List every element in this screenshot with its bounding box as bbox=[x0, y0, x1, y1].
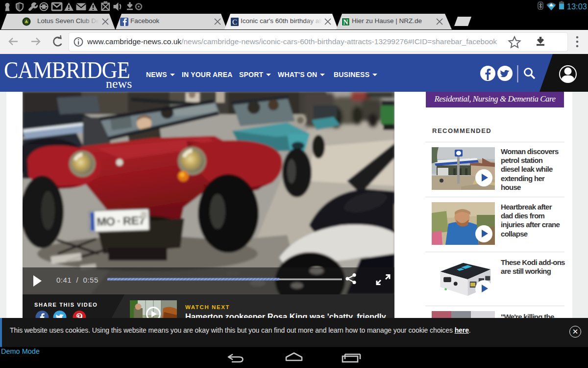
svg-text:MO · RE7: MO · RE7 bbox=[97, 213, 146, 228]
svg-text:N: N bbox=[343, 19, 348, 26]
svg-text:C: C bbox=[232, 18, 237, 26]
